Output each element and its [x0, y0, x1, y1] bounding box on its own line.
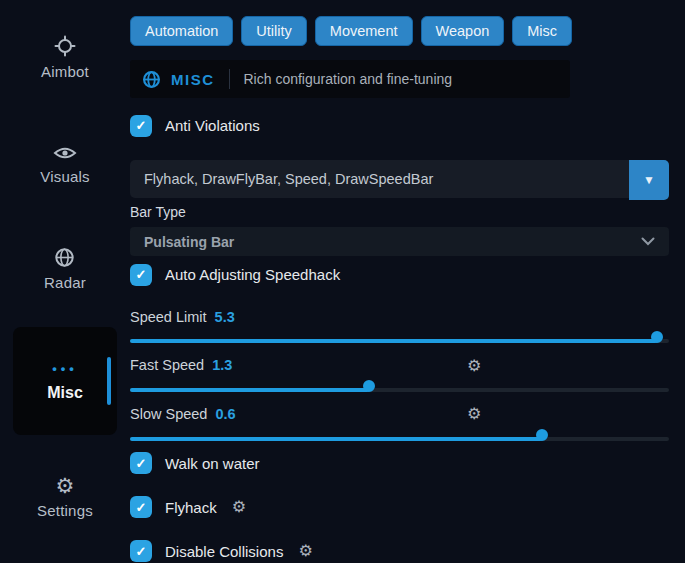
gear-icon[interactable]: ⚙	[467, 406, 481, 422]
tab-automation[interactable]: Automation	[130, 16, 233, 46]
selected-accent-bar	[107, 357, 111, 405]
gear-icon[interactable]: ⚙	[467, 358, 481, 374]
dropdown-open-button[interactable]: ▼	[629, 160, 669, 200]
slider-label: Speed Limit	[130, 309, 207, 325]
sidebar-item-label: Aimbot	[41, 63, 89, 80]
slider-fill	[130, 388, 369, 392]
select-value: Pulsating Bar	[144, 234, 234, 250]
slider-fill	[130, 339, 657, 343]
sidebar-item-label: Radar	[44, 274, 86, 291]
sidebar-item-label: Visuals	[40, 168, 89, 185]
checkbox-checked-icon[interactable]: ✓	[130, 452, 152, 474]
slider-value: 0.6	[215, 406, 235, 422]
checkbox-flyhack[interactable]: ✓ Flyhack ⚙	[130, 496, 669, 519]
slider-label: Fast Speed	[130, 357, 204, 373]
sidebar: Aimbot Visuals Radar ••• Misc ⚙ Settings	[0, 0, 130, 563]
tab-weapon[interactable]: Weapon	[421, 16, 505, 46]
checkbox-label: Flyhack	[165, 499, 217, 516]
checkbox-disable-collisions[interactable]: ✓ Disable Collisions ⚙	[130, 540, 669, 563]
main-panel: Automation Utility Movement Weapon Misc …	[130, 0, 669, 563]
checkbox-anti-violations[interactable]: ✓ Anti Violations	[130, 114, 669, 137]
checkbox-label: Anti Violations	[165, 117, 260, 134]
globe-icon	[142, 70, 161, 89]
chevron-down-icon	[641, 237, 655, 246]
gear-icon[interactable]: ⚙	[298, 543, 312, 559]
checkbox-label: Walk on water	[165, 455, 259, 472]
tab-movement[interactable]: Movement	[315, 16, 413, 46]
ellipsis-icon: •••	[52, 361, 78, 376]
gear-icon: ⚙	[56, 475, 75, 496]
sidebar-item-visuals[interactable]: Visuals	[40, 144, 89, 185]
crosshair-icon	[54, 35, 76, 57]
tab-bar: Automation Utility Movement Weapon Misc	[130, 16, 669, 46]
sidebar-item-settings[interactable]: ⚙ Settings	[37, 475, 93, 519]
slow-speed-row: Slow Speed 0.6 ⚙	[130, 405, 669, 422]
slider-thumb[interactable]	[651, 331, 663, 343]
fast-speed-slider[interactable]	[130, 380, 669, 398]
multiselect-value: Flyhack, DrawFlyBar, Speed, DrawSpeedBar	[130, 171, 433, 187]
globe-icon	[54, 247, 75, 268]
eye-icon	[53, 144, 77, 162]
speed-limit-row: Speed Limit 5.3	[130, 308, 669, 325]
slider-thumb[interactable]	[363, 380, 375, 392]
checkbox-label: Disable Collisions	[165, 543, 283, 560]
slider-value: 1.3	[212, 357, 232, 373]
divider	[229, 69, 230, 89]
slider-thumb[interactable]	[536, 429, 548, 441]
slider-value: 5.3	[215, 309, 235, 325]
fast-speed-row: Fast Speed 1.3 ⚙	[130, 357, 669, 374]
slider-fill	[130, 437, 542, 441]
checkbox-checked-icon[interactable]: ✓	[130, 496, 152, 518]
checkbox-checked-icon[interactable]: ✓	[130, 540, 152, 562]
checkbox-walk-on-water[interactable]: ✓ Walk on water	[130, 452, 669, 475]
checkbox-auto-adjusting-speedhack[interactable]: ✓ Auto Adjusting Speedhack	[130, 263, 669, 286]
sidebar-item-label: Settings	[37, 502, 93, 519]
slow-speed-slider[interactable]	[130, 429, 669, 447]
sidebar-item-radar[interactable]: Radar	[44, 247, 86, 291]
sidebar-item-aimbot[interactable]: Aimbot	[41, 35, 89, 80]
checkbox-label: Auto Adjusting Speedhack	[165, 266, 340, 283]
slider-label: Slow Speed	[130, 406, 207, 422]
sidebar-item-label: Misc	[47, 384, 83, 402]
triangle-down-icon: ▼	[643, 173, 655, 187]
speed-limit-slider[interactable]	[130, 331, 669, 349]
tab-misc[interactable]: Misc	[512, 16, 572, 46]
section-title: MISC	[171, 71, 215, 88]
bar-type-select[interactable]: Pulsating Bar	[130, 227, 669, 256]
section-header: MISC Rich configuration and fine-tuning	[130, 60, 570, 98]
tab-utility[interactable]: Utility	[241, 16, 306, 46]
bars-multiselect[interactable]: Flyhack, DrawFlyBar, Speed, DrawSpeedBar…	[130, 160, 669, 198]
gear-icon[interactable]: ⚙	[232, 499, 246, 515]
checkbox-checked-icon[interactable]: ✓	[130, 115, 152, 137]
sidebar-item-misc-selected[interactable]: ••• Misc	[13, 327, 117, 435]
bar-type-label: Bar Type	[130, 203, 669, 220]
section-subtitle: Rich configuration and fine-tuning	[244, 71, 453, 87]
checkbox-checked-icon[interactable]: ✓	[130, 264, 152, 286]
